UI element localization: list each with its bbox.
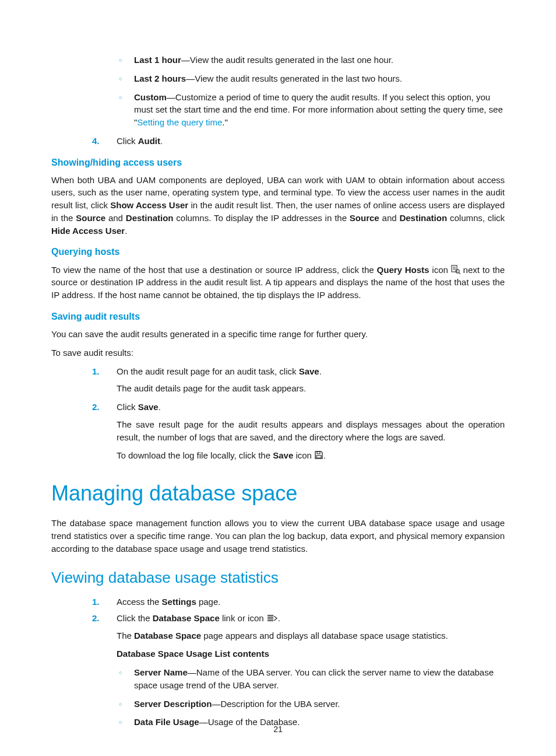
option-label: Last 2 hours [134, 74, 186, 83]
heading-show-hide-users: Showing/hiding access users [51, 156, 505, 169]
text: To download the log file locally, click … [117, 450, 273, 460]
usage-list: Server Name—Name of the UBA server. You … [117, 666, 505, 729]
option-after: ." [222, 117, 228, 127]
saving-step-2: 2. Click Save. The save result page for … [92, 401, 505, 462]
link-setting-query-time[interactable]: Setting the query time [137, 117, 222, 127]
bold-hide-access-user: Hide Access User [51, 226, 125, 236]
query-hosts-icon [451, 265, 460, 274]
heading-querying-hosts: Querying hosts [51, 245, 505, 258]
text: and [379, 213, 400, 223]
saving-steps: 1. On the audit result page for an audit… [92, 365, 505, 463]
viewing-step-1: 1. Access the Settings page. [92, 596, 505, 608]
usage-item-server-name: Server Name—Name of the UBA server. You … [117, 666, 505, 692]
text: The [117, 631, 134, 640]
step-list-top: 4. Click Audit. [92, 135, 505, 148]
step-number: 1. [92, 596, 100, 608]
step-follow-2: To download the log file locally, click … [117, 449, 505, 462]
step-text-pre: Click [117, 136, 138, 146]
text: On the audit result page for an audit ta… [117, 366, 299, 376]
bold-database-space: Database Space [153, 613, 220, 623]
item-desc: —Description for the UBA server. [212, 699, 340, 709]
step-text-bold: Audit [138, 136, 160, 146]
bold-save: Save [273, 450, 293, 460]
step-number: 2. [92, 401, 100, 414]
option-label: Custom [134, 92, 167, 102]
step-follow-1: The save result page for the audit resul… [117, 418, 505, 444]
database-space-icon [266, 614, 278, 623]
item-label: Server Description [134, 699, 212, 709]
saving-step-1: 1. On the audit result page for an audit… [92, 365, 505, 396]
text: Click [117, 402, 138, 412]
step-4: 4. Click Audit. [92, 135, 505, 148]
time-options-list: Last 1 hour—View the audit results gener… [117, 54, 505, 129]
svg-rect-7 [316, 456, 321, 458]
bold-destination: Destination [126, 213, 174, 223]
step-follow-1: The Database Space page appears and disp… [117, 629, 505, 642]
bold-destination: Destination [399, 213, 447, 223]
text: . [323, 450, 326, 460]
viewing-steps: 1. Access the Settings page. 2. Click th… [92, 596, 505, 729]
option-last-1-hour: Last 1 hour—View the audit results gener… [117, 54, 505, 66]
text: and [105, 213, 126, 223]
bold-source: Source [350, 213, 379, 223]
item-label: Server Name [134, 667, 188, 677]
text: . [278, 613, 280, 623]
step-number: 2. [92, 612, 100, 625]
svg-rect-6 [317, 452, 320, 454]
para-query-hosts: To view the name of the host that use a … [51, 264, 505, 302]
text: Click the [117, 613, 153, 623]
text: . [319, 366, 322, 376]
step-number: 1. [92, 365, 100, 378]
text: page. [196, 597, 221, 607]
option-desc: —View the audit results generated in the… [186, 74, 402, 83]
text: . [125, 226, 127, 236]
option-last-2-hours: Last 2 hours—View the audit results gene… [117, 72, 505, 85]
bold-save: Save [299, 366, 319, 376]
text: icon [293, 450, 314, 460]
text: To view the name of the host that use a … [51, 265, 377, 275]
bold-settings: Settings [162, 597, 196, 607]
para-saving-2: To save audit results: [51, 346, 505, 359]
bold-show-access-user: Show Access User [110, 200, 188, 210]
option-label: Last 1 hour [134, 55, 181, 65]
option-desc: —View the audit results generated in the… [181, 55, 393, 65]
document-page: Last 1 hour—View the audit results gener… [0, 0, 556, 756]
para-show-hide: When both UBA and UAM components are dep… [51, 174, 505, 237]
save-disk-icon [314, 450, 323, 460]
text: link or icon [220, 613, 266, 623]
step-follow: The audit details page for the audit tas… [117, 382, 505, 395]
para-saving-1: You can save the audit results generated… [51, 328, 505, 341]
viewing-step-2: 2. Click the Database Space link or icon… [92, 612, 505, 729]
bold-save: Save [138, 402, 159, 412]
text: icon [429, 265, 451, 275]
page-number: 21 [0, 723, 556, 735]
option-custom: Custom—Customize a period of time to que… [117, 91, 505, 129]
heading-managing-db: Managing database space [51, 478, 505, 509]
text: page appears and displays all database s… [201, 631, 448, 640]
item-desc: —Name of the UBA server. You can click t… [134, 667, 494, 690]
bold-database-space: Database Space [134, 631, 201, 640]
text: columns. To display the IP addresses in … [173, 213, 349, 223]
step-text-post: . [160, 136, 163, 146]
text: . [159, 402, 161, 412]
usage-item-server-desc: Server Description—Description for the U… [117, 698, 505, 710]
usage-list-heading: Database Space Usage List contents [117, 648, 505, 660]
bold-source: Source [76, 213, 105, 223]
text: Access the [117, 597, 162, 607]
text: columns, click [447, 213, 505, 223]
bold-query-hosts: Query Hosts [377, 265, 430, 275]
bold-usage-list: Database Space Usage List contents [117, 649, 269, 659]
heading-saving-audit: Saving audit results [51, 310, 505, 323]
heading-viewing-stats: Viewing database usage statistics [51, 567, 505, 589]
para-managing: The database space management function a… [51, 517, 505, 555]
step-number: 4. [92, 135, 100, 148]
